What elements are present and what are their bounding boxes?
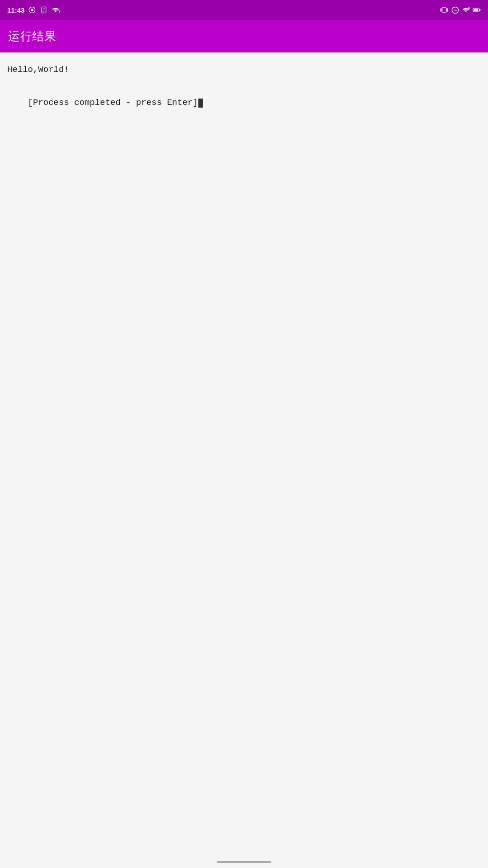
wifi-question-icon: ? [52, 6, 60, 14]
svg-text:?: ? [58, 9, 60, 14]
svg-rect-6 [442, 8, 446, 12]
dnd-icon [451, 6, 459, 14]
app-icon-2 [40, 6, 48, 14]
svg-point-4 [43, 11, 44, 12]
content-area: Hello,World! [Process completed - press … [0, 52, 488, 855]
output-line-2: [Process completed - press Enter] [7, 84, 481, 123]
svg-rect-17 [474, 9, 478, 11]
app-icon-1 [28, 6, 36, 14]
status-bar: 11:43 ? [0, 0, 488, 20]
status-time: 11:43 [7, 6, 24, 14]
app-bar: 运行结果 [0, 20, 488, 52]
bottom-bar [0, 855, 488, 868]
svg-rect-16 [479, 9, 481, 11]
battery-icon [473, 6, 481, 14]
svg-point-1 [31, 9, 33, 11]
page-title: 运行结果 [8, 28, 56, 44]
vibrate-icon [440, 6, 448, 14]
home-indicator [217, 861, 271, 863]
no-wifi-icon [462, 6, 470, 14]
output-line-1: Hello,World! [7, 63, 481, 76]
cursor [198, 99, 203, 108]
status-bar-left: 11:43 ? [7, 6, 60, 14]
status-bar-right [440, 6, 481, 14]
